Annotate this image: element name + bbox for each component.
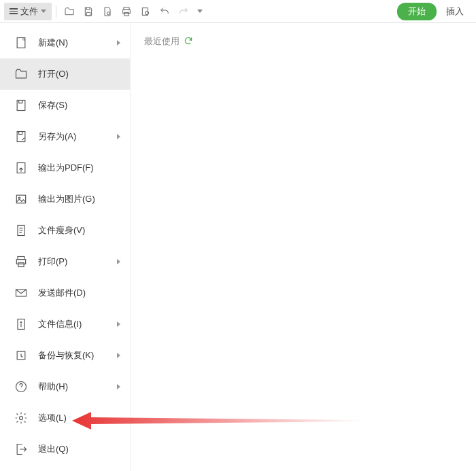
svg-rect-7 <box>17 101 25 111</box>
folder-open-icon <box>14 67 29 82</box>
menu-item-help[interactable]: 帮助(H) <box>0 371 130 402</box>
open-folder-icon[interactable] <box>61 3 78 20</box>
new-file-icon <box>14 35 29 50</box>
hamburger-icon <box>10 8 18 14</box>
menu-item-export-image[interactable]: 输出为图片(G) <box>0 184 130 215</box>
menu-item-print[interactable]: 打印(P) <box>0 246 130 277</box>
printer-icon <box>14 254 29 269</box>
recent-label: 最近使用 <box>144 35 180 48</box>
save-as-icon <box>14 129 29 144</box>
svg-rect-8 <box>17 132 25 142</box>
menu-label: 文件信息(I) <box>38 318 117 330</box>
chevron-right-icon <box>117 321 120 327</box>
menu-item-export-pdf[interactable]: 输出为PDF(F) <box>0 152 130 184</box>
svg-point-0 <box>107 12 109 14</box>
print-preview-icon[interactable] <box>137 3 154 20</box>
menu-label: 输出为PDF(F) <box>38 162 120 174</box>
body: 新建(N) 打开(O) 保存(S) 另存为(A) 输 <box>0 23 476 471</box>
file-slim-icon <box>14 223 29 238</box>
backup-icon <box>14 348 29 363</box>
chevron-right-icon <box>117 384 120 389</box>
menu-label: 打印(P) <box>38 256 117 268</box>
refresh-icon[interactable] <box>184 36 193 48</box>
menu-item-save[interactable]: 保存(S) <box>0 90 130 121</box>
menu-label: 选项(L) <box>38 412 120 424</box>
exit-icon <box>14 442 29 457</box>
file-menu-sidebar: 新建(N) 打开(O) 保存(S) 另存为(A) 输 <box>0 23 131 471</box>
file-menu-label: 文件 <box>20 5 38 18</box>
svg-rect-15 <box>18 263 24 267</box>
svg-rect-4 <box>142 7 148 15</box>
svg-point-21 <box>20 417 23 420</box>
redo-icon[interactable] <box>175 3 192 20</box>
menu-label: 输出为图片(G) <box>38 193 120 205</box>
pdf-icon <box>14 160 29 175</box>
menu-label: 新建(N) <box>38 37 117 49</box>
menu-label: 帮助(H) <box>38 381 117 393</box>
chevron-right-icon <box>117 40 120 46</box>
mail-icon <box>14 285 29 300</box>
menu-label: 文件瘦身(V) <box>38 224 120 237</box>
menu-label: 备份与恢复(K) <box>38 349 117 362</box>
export-pdf-icon[interactable] <box>99 3 116 20</box>
menu-label: 保存(S) <box>38 99 120 111</box>
menu-item-send-mail[interactable]: 发送邮件(D) <box>0 277 130 309</box>
info-file-icon <box>14 317 29 332</box>
svg-rect-6 <box>17 38 25 48</box>
svg-point-5 <box>145 11 148 14</box>
print-icon[interactable] <box>118 3 135 20</box>
more-dropdown-icon[interactable] <box>194 3 206 20</box>
menu-item-backup-restore[interactable]: 备份与恢复(K) <box>0 340 130 371</box>
menu-label: 发送邮件(D) <box>38 287 120 299</box>
menu-item-file-slim[interactable]: 文件瘦身(V) <box>0 215 130 246</box>
save-icon[interactable] <box>80 3 97 20</box>
chevron-right-icon <box>117 134 120 139</box>
menu-item-new[interactable]: 新建(N) <box>0 27 130 58</box>
menu-item-file-info[interactable]: 文件信息(I) <box>0 309 130 340</box>
gear-icon <box>14 411 29 425</box>
tab-start[interactable]: 开始 <box>397 3 437 20</box>
svg-point-18 <box>20 322 22 324</box>
menu-item-options[interactable]: 选项(L) <box>0 402 130 434</box>
recent-header: 最近使用 <box>144 35 462 48</box>
save-file-icon <box>14 98 29 113</box>
chevron-right-icon <box>117 259 120 264</box>
content-pane: 最近使用 <box>131 23 476 471</box>
image-icon <box>14 192 29 207</box>
divider <box>56 5 56 18</box>
menu-item-save-as[interactable]: 另存为(A) <box>0 121 130 152</box>
menu-label: 另存为(A) <box>38 130 117 143</box>
chevron-right-icon <box>117 353 120 358</box>
menu-item-exit[interactable]: 退出(Q) <box>0 434 130 465</box>
svg-rect-3 <box>124 12 129 16</box>
menu-label: 打开(O) <box>38 68 120 80</box>
tab-insert[interactable]: 插入 <box>438 3 472 20</box>
menu-item-open[interactable]: 打开(O) <box>0 58 130 90</box>
svg-rect-13 <box>18 257 24 260</box>
caret-down-icon <box>41 10 46 13</box>
svg-rect-10 <box>16 195 25 203</box>
menu-label: 退出(Q) <box>38 443 120 455</box>
toolbar: 文件 开始 插入 <box>0 0 476 23</box>
help-icon <box>14 379 29 394</box>
file-menu-button[interactable]: 文件 <box>4 3 52 20</box>
undo-icon[interactable] <box>156 3 173 20</box>
